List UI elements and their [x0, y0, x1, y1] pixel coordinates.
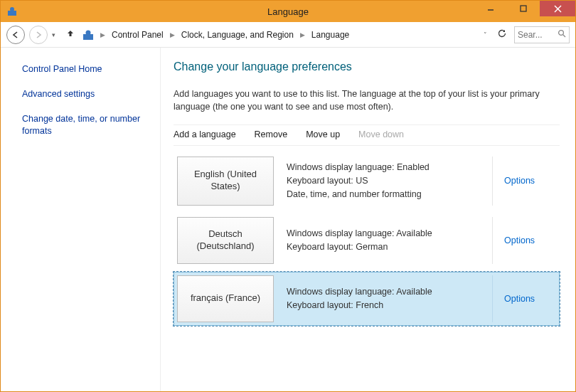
maximize-button[interactable] — [507, 1, 540, 16]
window-controls — [474, 1, 575, 16]
language-options-cell: Options — [492, 275, 556, 322]
back-button[interactable] — [6, 26, 25, 44]
move-down-button: Move down — [358, 129, 404, 139]
options-link[interactable]: Options — [504, 176, 535, 186]
svg-point-1 — [10, 7, 14, 11]
options-link[interactable]: Options — [504, 235, 535, 245]
up-button[interactable] — [63, 28, 78, 41]
recent-locations-dropdown[interactable]: ▾ — [52, 31, 59, 38]
minimize-button[interactable] — [474, 1, 507, 16]
language-details: Windows display language: Available Keyb… — [274, 217, 492, 264]
detail-line: Keyboard layout: German — [287, 240, 488, 254]
toolbar: Add a language Remove Move up Move down — [174, 125, 560, 146]
breadcrumb-item[interactable]: Language — [309, 28, 351, 41]
language-tile[interactable]: English (United States) — [177, 157, 274, 205]
chevron-right-icon[interactable]: ▶ — [170, 31, 175, 38]
detail-line: Date, time, and number formatting — [287, 188, 488, 201]
language-options-cell: Options — [492, 217, 556, 264]
sidebar-item-home[interactable]: Control Panel Home — [22, 63, 153, 75]
language-row[interactable]: français (France) Windows display langua… — [174, 272, 560, 326]
close-button[interactable] — [540, 1, 575, 16]
breadcrumb[interactable]: ▶ Control Panel ▶ Clock, Language, and R… — [99, 28, 476, 41]
detail-line: Keyboard layout: US — [287, 174, 488, 188]
chevron-right-icon[interactable]: ▶ — [300, 31, 305, 38]
svg-rect-3 — [521, 6, 526, 11]
language-row[interactable]: English (United States) Windows display … — [174, 153, 560, 208]
language-tile[interactable]: Deutsch (Deutschland) — [177, 217, 274, 264]
main: Control Panel Home Advanced settings Cha… — [1, 48, 575, 391]
search-input[interactable] — [518, 30, 553, 40]
language-details: Windows display language: Enabled Keyboa… — [274, 157, 492, 205]
forward-button[interactable] — [29, 26, 48, 44]
svg-rect-0 — [8, 11, 16, 16]
svg-line-9 — [563, 35, 565, 37]
svg-point-8 — [559, 31, 564, 36]
detail-line: Keyboard layout: French — [287, 299, 488, 312]
remove-button[interactable]: Remove — [255, 129, 288, 139]
navbar: ▾ ▶ Control Panel ▶ Clock, Language, and… — [1, 22, 575, 48]
sidebar-item-advanced[interactable]: Advanced settings — [22, 88, 153, 100]
app-icon — [6, 6, 18, 17]
chevron-right-icon[interactable]: ▶ — [100, 31, 105, 38]
search-icon[interactable] — [558, 29, 566, 40]
move-up-button[interactable]: Move up — [306, 129, 340, 139]
breadcrumb-item[interactable]: Clock, Language, and Region — [179, 28, 296, 41]
language-row[interactable]: Deutsch (Deutschland) Windows display la… — [174, 213, 560, 267]
language-list: English (United States) Windows display … — [174, 153, 560, 325]
page-title: Change your language preferences — [174, 60, 560, 73]
detail-line: Windows display language: Enabled — [287, 161, 488, 174]
language-details: Windows display language: Available Keyb… — [274, 275, 492, 322]
detail-line: Windows display language: Available — [287, 285, 488, 299]
refresh-button[interactable] — [494, 28, 510, 41]
content: Change your language preferences Add lan… — [161, 48, 575, 391]
page-description: Add languages you want to use to this li… — [174, 88, 560, 113]
svg-point-7 — [86, 30, 91, 35]
language-options-cell: Options — [492, 157, 556, 205]
address-dropdown[interactable]: ˅ — [480, 31, 490, 38]
detail-line: Windows display language: Available — [287, 227, 488, 240]
breadcrumb-item[interactable]: Control Panel — [110, 28, 166, 41]
add-language-button[interactable]: Add a language — [174, 129, 236, 139]
control-panel-icon — [82, 28, 95, 41]
language-tile[interactable]: français (France) — [177, 275, 274, 322]
options-link[interactable]: Options — [504, 294, 535, 304]
search-box[interactable] — [514, 26, 570, 43]
sidebar: Control Panel Home Advanced settings Cha… — [1, 48, 161, 391]
sidebar-item-datetime-formats[interactable]: Change date, time, or number formats — [22, 113, 153, 137]
titlebar: Language — [1, 1, 575, 22]
